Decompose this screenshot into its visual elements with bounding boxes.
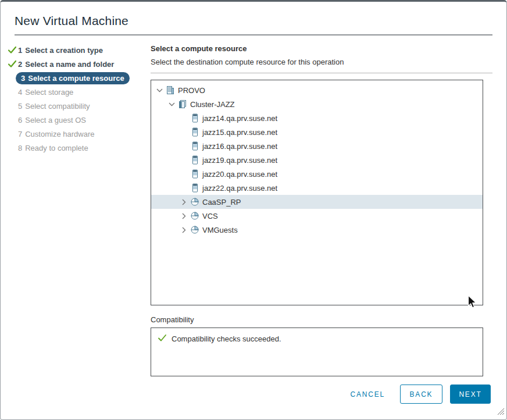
- step-number: 4: [18, 88, 22, 97]
- wizard-content-panel: Select a compute resource Select the des…: [151, 43, 492, 376]
- step-number: 2: [18, 60, 22, 69]
- tree-row[interactable]: Cluster-JAZZ: [151, 97, 483, 111]
- next-button[interactable]: NEXT: [450, 385, 491, 404]
- chevron-placeholder: [179, 169, 188, 179]
- chevron-right-icon[interactable]: [179, 197, 188, 207]
- step-number: 3: [21, 74, 25, 83]
- tree-row[interactable]: VMGuests: [151, 223, 483, 237]
- chevron-right-icon[interactable]: [179, 211, 188, 220]
- step-label: Select a creation type: [25, 46, 103, 55]
- tree-node-label: jazz14.qa.prv.suse.net: [202, 114, 277, 123]
- wizard-step-6[interactable]: 6 Select a guest OS: [8, 113, 151, 127]
- tree-row[interactable]: jazz19.qa.prv.suse.net: [151, 153, 483, 167]
- tree-row[interactable]: jazz22.qa.prv.suse.net: [151, 181, 483, 195]
- cluster-icon: [177, 99, 187, 109]
- tree-node-label: Cluster-JAZZ: [190, 100, 235, 109]
- wizard-step-4[interactable]: 4 Select storage: [8, 85, 151, 99]
- host-icon: [190, 141, 199, 151]
- back-button[interactable]: BACK: [400, 385, 442, 404]
- tree-node-label: jazz16.qa.prv.suse.net: [202, 142, 277, 151]
- tree-node-label: PROVO: [178, 86, 205, 95]
- host-icon: [190, 113, 199, 123]
- host-icon: [190, 169, 199, 179]
- step-label: Select a name and folder: [25, 60, 114, 69]
- datacenter-icon: [165, 86, 175, 95]
- compatibility-box: Compatibility checks succeeded.: [151, 328, 483, 376]
- step-check-icon: [8, 60, 18, 67]
- chevron-placeholder: [179, 183, 188, 193]
- tree-row[interactable]: jazz20.qa.prv.suse.net: [151, 167, 483, 181]
- step-number: 5: [18, 102, 22, 111]
- step-label: Select a compute resource: [28, 74, 124, 83]
- host-icon: [190, 183, 199, 193]
- wizard-step-3[interactable]: 3 Select a compute resource: [8, 71, 151, 85]
- dialog-title: New Virtual Machine: [15, 14, 492, 28]
- wizard-steps-sidebar: 1 Select a creation type 2 Select a name…: [8, 43, 151, 376]
- step-label: Select storage: [25, 88, 73, 97]
- tree-row[interactable]: jazz16.qa.prv.suse.net: [151, 139, 483, 153]
- chevron-down-icon[interactable]: [155, 86, 164, 95]
- step-number: 6: [18, 116, 22, 124]
- panel-divider: [151, 73, 492, 73]
- compatibility-message: Compatibility checks succeeded.: [172, 334, 281, 343]
- panel-heading: Select a compute resource: [151, 44, 492, 53]
- tree-node-label: jazz19.qa.prv.suse.net: [202, 156, 277, 165]
- step-label: Customize hardware: [25, 130, 94, 138]
- tree-row[interactable]: jazz14.qa.prv.suse.net: [151, 111, 483, 125]
- chevron-placeholder: [179, 155, 188, 165]
- wizard-footer: CANCEL BACK NEXT: [351, 385, 491, 404]
- wizard-step-5[interactable]: 5 Select compatibility: [8, 99, 151, 113]
- tree-node-label: VMGuests: [202, 226, 238, 234]
- tree-node-label: CaaSP_RP: [202, 198, 241, 207]
- host-icon: [190, 155, 199, 165]
- tree-node-label: jazz15.qa.prv.suse.net: [202, 128, 277, 137]
- resource-pool-icon: [190, 211, 199, 221]
- wizard-step-1[interactable]: 1 Select a creation type: [8, 43, 151, 57]
- wizard-step-7[interactable]: 7 Customize hardware: [8, 127, 151, 141]
- check-icon: [158, 334, 166, 343]
- cancel-button[interactable]: CANCEL: [351, 390, 385, 398]
- step-check-icon: [8, 47, 18, 54]
- chevron-right-icon[interactable]: [179, 225, 188, 234]
- tree-row[interactable]: PROVO: [151, 83, 483, 97]
- tree-node-label: jazz20.qa.prv.suse.net: [202, 170, 277, 179]
- compatibility-label: Compatibility: [151, 315, 492, 324]
- tree-row[interactable]: CaaSP_RP: [151, 195, 483, 209]
- step-label: Select compatibility: [25, 102, 90, 111]
- resize-grip-icon[interactable]: [498, 407, 504, 417]
- wizard-step-2[interactable]: 2 Select a name and folder: [8, 57, 151, 71]
- step-number: 1: [18, 46, 22, 55]
- chevron-down-icon[interactable]: [167, 99, 176, 109]
- resource-pool-icon: [190, 197, 199, 207]
- chevron-placeholder: [179, 113, 188, 123]
- panel-subheading: Select the destination compute resource …: [151, 58, 492, 66]
- host-icon: [190, 127, 199, 137]
- tree-row[interactable]: jazz15.qa.prv.suse.net: [151, 125, 483, 139]
- new-vm-wizard-dialog: New Virtual Machine 1 Select a creation …: [0, 0, 507, 420]
- chevron-placeholder: [179, 141, 188, 151]
- wizard-step-8[interactable]: 8 Ready to complete: [8, 141, 151, 155]
- resource-pool-icon: [190, 225, 199, 235]
- compute-resource-tree: PROVO Cluster-JAZZ jazz14.qa.prv.suse.ne…: [151, 80, 483, 305]
- step-label: Select a guest OS: [25, 116, 86, 124]
- chevron-placeholder: [179, 127, 188, 137]
- tree-node-label: VCS: [202, 212, 218, 220]
- step-label: Ready to complete: [25, 144, 88, 152]
- step-number: 8: [18, 144, 22, 152]
- tree-row[interactable]: VCS: [151, 209, 483, 223]
- step-number: 7: [18, 130, 22, 138]
- tree-node-label: jazz22.qa.prv.suse.net: [202, 184, 277, 193]
